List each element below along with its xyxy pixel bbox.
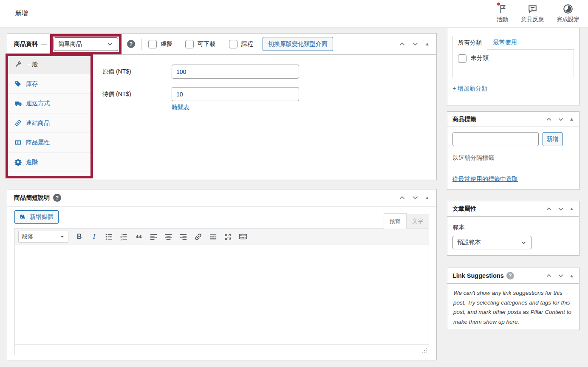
finish-setup-button[interactable]: 完成設定 [557,3,580,23]
progress-icon [563,3,574,14]
regular-price-label: 原價 (NT$) [92,68,172,76]
align-center-icon[interactable] [161,231,176,243]
sale-price-row: 特價 (NT$) [92,87,436,101]
tab-general[interactable]: 一般 [7,55,92,74]
collapse-toggle-icon[interactable]: ▲ [569,117,574,121]
resize-grip[interactable] [421,347,427,353]
bullet-list-icon[interactable] [102,231,116,243]
tab-attributes[interactable]: 商品屬性 [7,133,92,152]
template-select[interactable]: 預設範本 [452,236,531,249]
virtual-checkbox[interactable] [148,40,157,48]
tab-general-label: 一般 [26,61,38,68]
add-tag-button[interactable]: 新增 [543,132,563,146]
course-label: 課程 [241,40,253,48]
uncategorized-checkbox[interactable] [458,54,466,63]
panel-handles: ▲ [546,116,574,123]
downloadable-checkbox-group[interactable]: 可下載 [185,40,215,48]
move-up-icon[interactable] [546,272,552,279]
course-checkbox[interactable] [229,40,237,48]
product-data-help-icon[interactable]: ? [127,40,135,48]
topbar: 新增 活動 意見反應 完成設定 [0,0,588,27]
move-up-icon[interactable] [399,194,406,201]
collapse-toggle-icon[interactable]: ▲ [569,274,574,278]
caret-down-icon [60,234,65,239]
align-right-icon[interactable] [176,231,191,243]
move-down-icon[interactable] [412,194,419,201]
notification-dot [497,3,500,6]
activity-button[interactable]: 活動 [497,3,508,23]
highlight-box-product-type: 簡單商品 [50,34,122,54]
collapse-toggle-icon[interactable]: ▲ [425,42,430,46]
italic-button[interactable]: I [87,231,102,243]
blockquote-icon[interactable] [131,231,146,243]
tab-advanced[interactable]: 進階 [7,152,92,172]
product-type-select[interactable]: 簡單商品 [54,37,118,51]
tab-linked-products[interactable]: 連結商品 [7,113,92,133]
downloadable-label: 可下載 [198,40,215,48]
visual-tab[interactable]: 預覽 [384,213,407,229]
add-media-label: 新增媒體 [30,213,54,221]
add-new-category-link[interactable]: + 增加新分類 [452,85,487,93]
bold-button[interactable]: B [72,231,87,243]
chevron-down-icon [107,41,113,48]
tag-input[interactable] [452,132,539,146]
link-suggestions-help-icon[interactable]: ? [506,272,514,279]
regular-price-input[interactable] [172,65,299,79]
move-down-icon[interactable] [557,116,564,123]
title-dash: — [41,41,47,48]
feedback-button[interactable]: 意見反應 [521,3,544,23]
tags-header: 商品標籤 ▲ [447,112,579,127]
svg-text:3: 3 [120,238,122,241]
tab-inventory-label: 庫存 [26,80,38,88]
paragraph-format-select[interactable]: 段落 [18,231,68,243]
align-left-icon[interactable] [146,231,161,243]
short-description-header: 商品簡短說明 ? ▲ [7,189,436,206]
editor-container: 段落 B I 123 [14,228,429,355]
schedule-link[interactable]: 時間表 [172,104,189,111]
switch-variation-ui-button[interactable]: 切換原版變化類型介面 [263,37,333,51]
read-more-tag-icon[interactable] [206,231,220,243]
collapse-toggle-icon[interactable]: ▲ [569,206,574,211]
category-tabs: 所有分類 最常使用 [452,36,574,50]
page-title: 新增 [15,9,28,17]
move-down-icon[interactable] [557,206,564,212]
numbered-list-icon[interactable]: 123 [116,231,131,243]
add-media-button[interactable]: 新增媒體 [14,210,59,224]
sale-price-input[interactable] [172,87,299,101]
move-up-icon[interactable] [546,206,552,212]
panel-handles: ▲ [399,194,430,201]
all-categories-tab[interactable]: 所有分類 [452,36,487,50]
tags-title: 商品標籤 [452,116,476,123]
tab-shipping-label: 運送方式 [26,100,50,107]
tab-inventory[interactable]: 庫存 [7,74,92,94]
tab-shipping[interactable]: 運送方式 [7,94,92,113]
text-tab[interactable]: 文字 [407,214,429,228]
virtual-checkbox-group[interactable]: 虛擬 [148,40,172,48]
collapse-toggle-icon[interactable]: ▲ [425,195,430,200]
product-data-header: 商品資料 — 簡單商品 ? 虛擬 可下載 [7,34,436,55]
short-description-help-icon[interactable]: ? [53,194,61,202]
category-list: 未分類 [452,49,574,78]
move-down-icon[interactable] [412,40,419,48]
post-attributes-panel: 文章屬性 ▲ 範本 預設範本 [447,201,580,256]
product-data-form: 原價 (NT$) 特價 (NT$) 時間表 [92,55,436,180]
product-data-panel: 商品資料 — 簡單商品 ? 虛擬 可下載 [7,33,437,180]
editor-content-area[interactable] [15,245,429,344]
product-tags-panel: 商品標籤 ▲ 新增 以逗號分隔標籤 從最常使用的標籤中選取 [447,111,580,190]
course-checkbox-group[interactable]: 課程 [229,40,253,48]
fullscreen-icon[interactable] [220,231,235,243]
product-categories-panel: 所有分類 最常使用 未分類 + 增加新分類 [447,28,580,105]
chevron-down-icon [520,240,527,246]
choose-from-most-used-link[interactable]: 從最常使用的標籤中選取 [452,175,518,183]
editor-toolbar: 段落 B I 123 [15,229,429,245]
most-used-tab[interactable]: 最常使用 [493,39,517,50]
move-up-icon[interactable] [546,116,552,123]
move-up-icon[interactable] [399,40,406,48]
downloadable-checkbox[interactable] [185,40,194,48]
insert-link-icon[interactable] [191,231,206,243]
toolbar-toggle-icon[interactable] [235,231,250,243]
link-suggestions-title: Link Suggestions [452,272,504,279]
tab-linked-products-label: 連結商品 [26,119,50,127]
panel-handles: ▲ [546,272,574,279]
move-down-icon[interactable] [557,272,564,279]
